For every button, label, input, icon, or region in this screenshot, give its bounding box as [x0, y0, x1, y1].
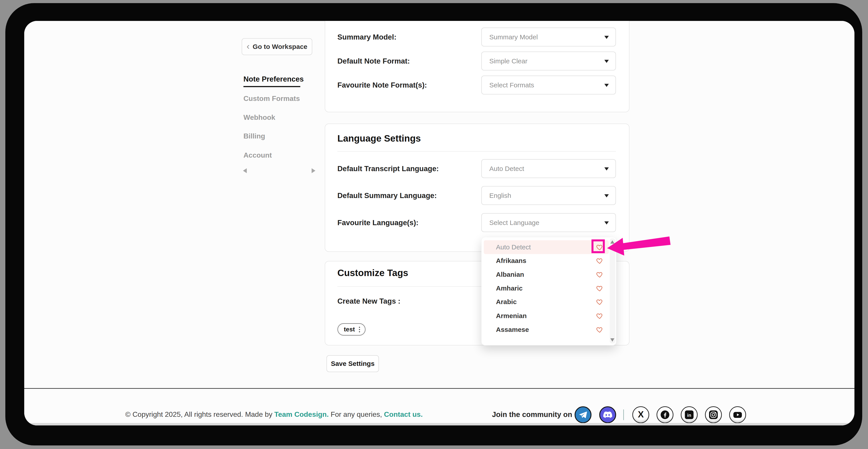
- default-note-format-row: Default Note Format: Simple Clear: [337, 52, 616, 70]
- default-summary-language-select[interactable]: English: [481, 186, 616, 205]
- tag-name: test: [344, 326, 355, 333]
- favourite-heart-icon[interactable]: [596, 271, 603, 278]
- summary-model-value: Summary Model: [489, 33, 538, 41]
- chevron-down-icon: [604, 221, 609, 224]
- footer-icon-divider: [623, 410, 624, 420]
- active-item-underline: [243, 86, 300, 87]
- favourite-heart-icon[interactable]: [596, 326, 603, 333]
- favourite-note-formats-select[interactable]: Select Formats: [481, 76, 616, 94]
- copyright-prefix: © Copyright 2025, All rights reserved. M…: [125, 410, 274, 418]
- create-new-tags-label: Create New Tags :: [337, 297, 400, 305]
- sidebar-item-webhook[interactable]: Webhook: [243, 113, 275, 122]
- default-summary-language-row: Default Summary Language: English: [337, 186, 616, 205]
- sidebar-scroll-right-icon[interactable]: [312, 168, 315, 173]
- chevron-down-icon: [604, 36, 609, 39]
- favourite-note-formats-label: Favourite Note Format(s):: [337, 81, 427, 89]
- dropdown-option-armenian[interactable]: Armenian: [484, 309, 609, 323]
- save-settings-button[interactable]: Save Settings: [327, 355, 379, 372]
- sidebar-item-note-preferences[interactable]: Note Preferences: [243, 75, 304, 83]
- favourite-languages-dropdown: Auto Detect Afrikaans Albanian Amharic A…: [481, 237, 616, 346]
- chevron-down-icon: [604, 84, 609, 87]
- sidebar-item-custom-formats[interactable]: Custom Formats: [243, 94, 300, 103]
- discord-icon[interactable]: [599, 406, 616, 423]
- settings-page: ‹ Go to Workspace Note Preferences Custo…: [24, 21, 855, 425]
- horizontal-scrollbar[interactable]: [24, 423, 855, 425]
- customize-tags-title: Customize Tags: [337, 268, 408, 278]
- linkedin-icon[interactable]: in: [681, 406, 698, 423]
- favourite-note-formats-value: Select Formats: [489, 81, 534, 89]
- default-summary-language-value: English: [489, 192, 511, 199]
- language-settings-title: Language Settings: [337, 133, 421, 144]
- community-label: Join the community on: [492, 410, 572, 419]
- divider: [337, 151, 616, 152]
- summary-model-label: Summary Model:: [337, 33, 397, 41]
- tag-chip-test[interactable]: test: [337, 323, 366, 336]
- default-note-format-select[interactable]: Simple Clear: [481, 52, 616, 70]
- dropdown-option-auto-detect[interactable]: Auto Detect: [484, 240, 609, 254]
- footer-divider: [24, 388, 855, 389]
- default-transcript-language-label: Default Transcript Language:: [337, 164, 439, 173]
- sidebar-scroll-left-icon[interactable]: [243, 168, 247, 173]
- default-transcript-language-select[interactable]: Auto Detect: [481, 159, 616, 178]
- favourite-languages-row: Favourite Language(s): Select Language: [337, 213, 616, 232]
- favourite-languages-label: Favourite Language(s):: [337, 218, 418, 227]
- back-button-label: Go to Workspace: [253, 43, 307, 51]
- favourite-note-formats-row: Favourite Note Format(s): Select Formats: [337, 76, 616, 94]
- default-note-format-value: Simple Clear: [489, 57, 528, 65]
- default-summary-language-label: Default Summary Language:: [337, 191, 437, 200]
- chevron-down-icon: [604, 168, 609, 171]
- default-transcript-language-value: Auto Detect: [489, 165, 524, 173]
- dropdown-option-assamese[interactable]: Assamese: [484, 323, 609, 336]
- dropdown-option-afrikaans[interactable]: Afrikaans: [484, 254, 609, 268]
- sidebar-item-billing[interactable]: Billing: [243, 132, 265, 140]
- chevron-down-icon: [604, 194, 609, 198]
- summary-model-row: Summary Model: Summary Model: [337, 28, 616, 47]
- kebab-menu-icon[interactable]: [359, 327, 360, 332]
- default-note-format-label: Default Note Format:: [337, 57, 410, 65]
- team-codesign-link[interactable]: Team Codesign.: [274, 410, 329, 418]
- dropdown-option-albanian[interactable]: Albanian: [484, 268, 609, 281]
- favourite-heart-icon[interactable]: [596, 257, 603, 265]
- copyright-text: © Copyright 2025, All rights reserved. M…: [125, 410, 423, 419]
- favourite-languages-value: Select Language: [489, 219, 539, 227]
- default-transcript-language-row: Default Transcript Language: Auto Detect: [337, 159, 616, 178]
- device-frame: ‹ Go to Workspace Note Preferences Custo…: [5, 3, 862, 445]
- queries-text: For any queries,: [329, 410, 384, 418]
- chevron-down-icon: [604, 60, 609, 63]
- svg-text:in: in: [687, 413, 691, 418]
- chevron-left-icon: ‹: [247, 43, 249, 50]
- x-twitter-icon[interactable]: X: [632, 406, 649, 423]
- annotation-highlight-box: [591, 239, 605, 253]
- sidebar-item-account[interactable]: Account: [243, 151, 272, 159]
- dropdown-option-amharic[interactable]: Amharic: [484, 281, 609, 295]
- scroll-down-icon[interactable]: [610, 338, 614, 342]
- instagram-icon[interactable]: [705, 406, 722, 423]
- contact-us-link[interactable]: Contact us.: [384, 410, 423, 418]
- go-to-workspace-button[interactable]: ‹ Go to Workspace: [242, 38, 312, 55]
- youtube-icon[interactable]: [729, 406, 746, 423]
- facebook-icon[interactable]: [656, 406, 674, 423]
- telegram-icon[interactable]: [575, 406, 591, 423]
- favourite-languages-select[interactable]: Select Language: [481, 213, 616, 232]
- favourite-heart-icon[interactable]: [596, 312, 603, 320]
- favourite-heart-icon[interactable]: [596, 285, 603, 292]
- dropdown-option-arabic[interactable]: Arabic: [484, 295, 609, 309]
- favourite-heart-icon[interactable]: [596, 298, 603, 306]
- summary-model-select[interactable]: Summary Model: [481, 28, 616, 47]
